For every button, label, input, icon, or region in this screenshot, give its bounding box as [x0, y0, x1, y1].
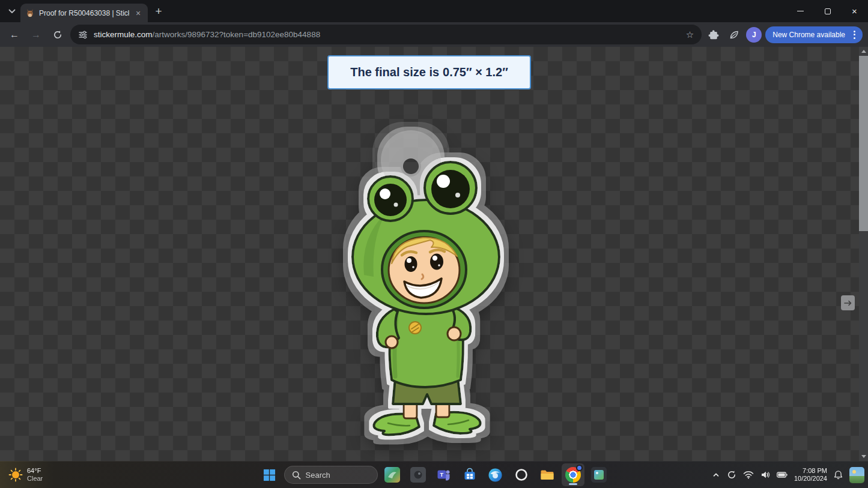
start-button[interactable]	[258, 463, 281, 486]
window-minimize-button[interactable]	[787, 0, 814, 22]
chrome-app-button[interactable]	[562, 463, 584, 486]
app-icon-colorful[interactable]	[381, 463, 404, 486]
battery-icon[interactable]	[777, 472, 788, 478]
update-pending-icon[interactable]	[727, 470, 736, 480]
reload-button[interactable]	[49, 26, 67, 44]
tab-strip: Proof for R500463038 | Sticker × + ×	[0, 0, 868, 22]
performance-leaf-icon[interactable]	[726, 26, 742, 43]
photos-icon	[591, 467, 607, 483]
app-icon-ring[interactable]	[510, 463, 533, 486]
chrome-update-button[interactable]: New Chrome available	[765, 26, 863, 43]
window-close-button[interactable]: ×	[841, 0, 868, 22]
banner-size: 0.75″ × 1.2″	[443, 65, 508, 79]
minimize-icon	[797, 11, 804, 12]
forward-button[interactable]: →	[27, 26, 45, 44]
puzzle-icon	[708, 29, 719, 40]
back-button[interactable]: ←	[5, 26, 23, 44]
svg-text:T: T	[440, 471, 443, 478]
app-icon-dark[interactable]	[407, 463, 429, 486]
weather-widget[interactable]: 64°F Clear	[5, 462, 46, 488]
stickermule-favicon	[25, 8, 35, 18]
dark-app-icon	[410, 467, 426, 483]
scrollbar-down-arrow[interactable]	[859, 452, 868, 461]
weather-condition: Clear	[27, 475, 43, 483]
url-domain: stickermule.com	[94, 30, 153, 39]
weather-temp: 64°F	[27, 467, 43, 475]
taskbar-clock[interactable]: 7:08 PM 10/20/2024	[794, 467, 827, 483]
scroll-marker-badge[interactable]	[841, 295, 855, 310]
url-path: /artworks/9896732?token=db9102ee80b44888	[153, 30, 321, 39]
browser-tab[interactable]: Proof for R500463038 | Sticker ×	[20, 4, 148, 22]
maximize-icon	[825, 8, 831, 14]
frog-boy-keychain-artwork	[342, 128, 517, 435]
site-info-icon[interactable]	[78, 30, 88, 40]
tab-close-icon[interactable]: ×	[133, 8, 143, 18]
update-label: New Chrome available	[772, 31, 845, 39]
windows-logo-icon	[263, 469, 276, 481]
app-icon-blue-swirl[interactable]	[484, 463, 507, 486]
teams-app-button[interactable]: T	[432, 463, 455, 486]
size-banner: The final size is 0.75″ × 1.2″	[327, 55, 531, 89]
teams-icon: T	[436, 467, 452, 483]
profile-avatar[interactable]: J	[746, 27, 762, 43]
reload-icon	[53, 30, 62, 40]
weather-sun-icon	[8, 468, 23, 482]
browser-toolbar: ← → stickermule.com/artworks/9896732?tok…	[0, 22, 868, 47]
widgets-thumbnail-icon[interactable]	[849, 467, 864, 483]
tab-search-chevron[interactable]	[5, 4, 19, 19]
wifi-icon[interactable]	[743, 471, 754, 479]
clock-time: 7:08 PM	[794, 467, 827, 475]
extensions-icon[interactable]	[705, 26, 722, 43]
taskbar-center: Search T	[258, 462, 610, 488]
white-ring-icon	[514, 468, 529, 482]
leaf-icon	[729, 29, 739, 40]
window-controls: ×	[787, 0, 868, 22]
tab-title: Proof for R500463038 | Sticker	[39, 9, 129, 17]
chrome-notification-badge	[576, 465, 583, 471]
bookmark-star-icon[interactable]: ☆	[686, 29, 694, 40]
photos-app-button[interactable]	[587, 463, 610, 486]
keychain-hole	[402, 157, 420, 175]
banner-text: The final size is	[350, 65, 439, 79]
search-icon	[292, 471, 301, 480]
clock-date: 10/20/2024	[794, 475, 827, 483]
system-tray: 7:08 PM 10/20/2024	[712, 462, 864, 488]
taskbar-search[interactable]: Search	[284, 466, 378, 484]
volume-icon[interactable]	[760, 471, 770, 479]
notification-bell-icon[interactable]	[834, 470, 843, 480]
file-explorer-icon	[539, 467, 555, 483]
microsoft-store-icon	[463, 468, 477, 482]
file-explorer-button[interactable]	[536, 463, 559, 486]
scrollbar-up-arrow[interactable]	[859, 47, 868, 56]
browser-menu-icon[interactable]	[849, 31, 860, 39]
tray-chevron-up-icon[interactable]	[712, 471, 720, 479]
chevron-down-icon	[8, 9, 16, 14]
scrollbar[interactable]	[859, 47, 868, 461]
page-content: The final size is 0.75″ × 1.2″	[0, 47, 868, 461]
scrollbar-thumb[interactable]	[859, 56, 868, 231]
new-tab-button[interactable]: +	[150, 3, 167, 20]
url-text: stickermule.com/artworks/9896732?token=d…	[94, 30, 680, 39]
arrow-right-icon	[844, 300, 852, 306]
search-label: Search	[306, 471, 330, 480]
address-bar[interactable]: stickermule.com/artworks/9896732?token=d…	[70, 25, 702, 44]
taskbar: 64°F Clear Search	[0, 461, 868, 488]
colorful-app-icon	[384, 467, 400, 483]
store-app-button[interactable]	[458, 463, 481, 486]
blue-swirl-icon	[488, 468, 503, 483]
window-maximize-button[interactable]	[814, 0, 841, 22]
